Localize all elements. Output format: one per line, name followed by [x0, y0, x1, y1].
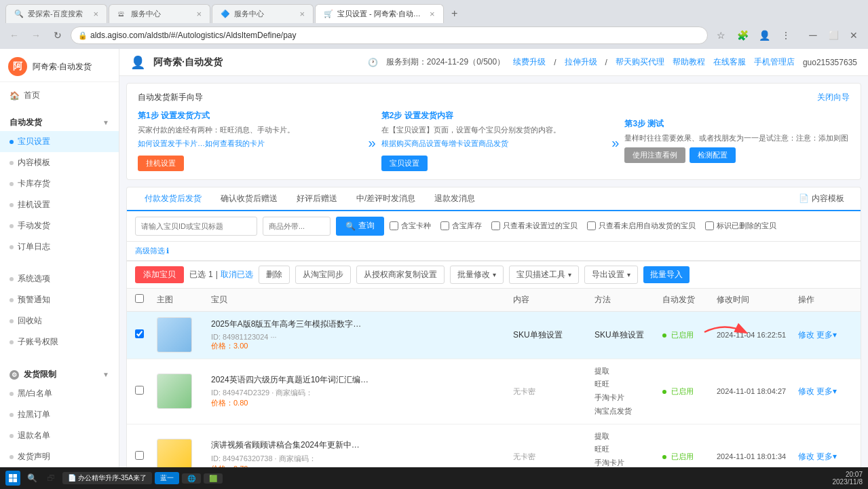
mobile-link[interactable]: 手机管理店: [754, 56, 795, 68]
browser-tab-1[interactable]: 🔍 爱探索-百度搜索 ×: [5, 4, 107, 23]
row3-checkbox[interactable]: [135, 451, 157, 462]
sidebar-item-pullorder[interactable]: 拉黑订单: [0, 404, 119, 425]
tab-nav-review[interactable]: 好评后赠送: [287, 187, 347, 211]
row2-checkbox[interactable]: [135, 386, 157, 397]
row3-more-btn[interactable]: 更多 ▾: [816, 451, 837, 463]
batch-change-btn[interactable]: 批量修改 ▾: [450, 266, 504, 284]
delete-btn[interactable]: 删除: [259, 266, 290, 284]
sidebar-item-template[interactable]: 内容模板: [0, 152, 119, 173]
checkbox-deleted-input[interactable]: [705, 221, 714, 230]
copy-taobao-btn[interactable]: 从淘宝同步: [295, 266, 351, 284]
product-desc-tool-btn[interactable]: 宝贝描述工具 ▾: [509, 266, 579, 284]
select-all-checkbox[interactable]: [135, 294, 144, 303]
batch-import-btn[interactable]: 批量导入: [643, 266, 690, 283]
checkbox-unsettled-input[interactable]: [491, 221, 500, 230]
bookmark-btn[interactable]: ☆: [712, 26, 730, 44]
extension-btn[interactable]: 🧩: [734, 26, 751, 44]
close-window-btn[interactable]: ✕: [845, 26, 863, 44]
row3-checkbox-input[interactable]: [135, 451, 144, 460]
tab-close-1[interactable]: ×: [93, 9, 98, 19]
tab-nav-confirm[interactable]: 确认收货后赠送: [211, 187, 287, 211]
sidebar-item-recycle[interactable]: 回收站: [0, 310, 119, 331]
copy-vendor-btn[interactable]: 从授权商家复制设置: [356, 266, 445, 284]
profile-btn[interactable]: 👤: [755, 26, 773, 44]
row1-checkbox-input[interactable]: [135, 329, 144, 338]
sidebar-group-autosend[interactable]: 自动发货 ▼: [0, 111, 119, 131]
sidebar-item-shipstatement[interactable]: 发货声明: [0, 446, 119, 467]
advanced-filter-link[interactable]: 高级筛选 ℹ: [135, 246, 169, 256]
checkbox-cardtype-input[interactable]: [390, 221, 398, 230]
maximize-btn[interactable]: ⬜: [825, 26, 842, 44]
step2-btn[interactable]: 宝贝设置: [381, 156, 428, 171]
sidebar-item-manual[interactable]: 手动发货: [0, 215, 119, 236]
sidebar-item-home[interactable]: 🏠 首页: [0, 85, 119, 106]
taskbar-app-1[interactable]: 蓝一: [155, 472, 179, 484]
taskbar-app-2[interactable]: 🌐: [182, 473, 201, 484]
shop-outer-input[interactable]: [263, 217, 331, 236]
taskbar-app-3[interactable]: 🟩: [204, 473, 223, 484]
browser-tab-3[interactable]: 🔷 服务中心 ×: [212, 4, 314, 23]
tab-nav-refund[interactable]: 退款发消息: [425, 187, 485, 211]
forward-btn[interactable]: →: [27, 26, 45, 44]
sidebar-item-sysset[interactable]: 系统选项: [0, 268, 119, 289]
add-product-btn[interactable]: 添加宝贝: [135, 266, 184, 283]
row1-checkbox[interactable]: [135, 329, 157, 340]
row2-more-btn[interactable]: 更多 ▾: [816, 386, 837, 397]
sidebar-item-subaccount[interactable]: 子账号权限: [0, 331, 119, 352]
row1-edit-btn[interactable]: 修改: [798, 330, 814, 340]
step3-btn1[interactable]: 使用注查看例: [624, 147, 685, 163]
sidebar-group-ship[interactable]: ⚙ 发货限制 ▼: [0, 363, 119, 383]
tab-close-3[interactable]: ×: [299, 9, 305, 19]
tab-nav-pay[interactable]: 付款发货后发货: [135, 187, 211, 211]
checkbox-unsettled[interactable]: 只查看未设置过的宝贝: [491, 221, 578, 231]
export-settings-btn[interactable]: 导出设置 ▾: [584, 266, 638, 284]
proxy-link[interactable]: 帮天购买代理: [616, 56, 664, 68]
back-btn[interactable]: ←: [5, 26, 23, 44]
row2-product-name[interactable]: 2024英语四六级历年真题近10年词汇汇编…: [211, 374, 513, 386]
browser-tab-2[interactable]: 🛎 服务中心 ×: [109, 4, 210, 23]
row1-more-btn[interactable]: 更多 ▾: [816, 329, 837, 341]
sidebar-item-refund[interactable]: 退款名单: [0, 425, 119, 446]
upgrade2-link[interactable]: 拉伸升级: [565, 56, 597, 68]
help-link[interactable]: 帮助教程: [673, 56, 705, 68]
online-link[interactable]: 在线客服: [713, 56, 746, 68]
new-tab-btn[interactable]: +: [445, 4, 464, 23]
sidebar-item-blackwhite[interactable]: 黑/白名单: [0, 383, 119, 404]
search-btn[interactable]: 🔍 查询: [336, 217, 384, 236]
tab-nav-midreview[interactable]: 中/差评时发消息: [347, 187, 425, 211]
row3-edit-btn[interactable]: 修改: [798, 452, 814, 461]
step3-btn2[interactable]: 检测配置: [690, 147, 736, 163]
upgrade-link[interactable]: 续费升级: [513, 56, 546, 68]
step1-subdesc[interactable]: 如何设置发手卡片…如何查看我的卡片: [138, 139, 363, 149]
refresh-btn[interactable]: ↻: [49, 26, 67, 44]
minimize-btn[interactable]: ─: [804, 26, 822, 44]
cancel-selected-link[interactable]: 取消已选: [221, 269, 253, 280]
search-input[interactable]: [135, 217, 257, 236]
sidebar-item-cardstore[interactable]: 卡库存货: [0, 173, 119, 194]
sidebar-item-order[interactable]: 订单日志: [0, 236, 119, 257]
step2-subdesc[interactable]: 根据购买商品设置每增卡设置商品发货: [381, 139, 607, 149]
checkbox-cardstore-input[interactable]: [440, 221, 449, 230]
tab-close-4[interactable]: ×: [430, 9, 435, 19]
sidebar-item-settings[interactable]: 宝贝设置: [0, 131, 119, 152]
checkbox-unenabled-input[interactable]: [587, 221, 596, 230]
menu-btn[interactable]: ⋮: [777, 26, 795, 44]
browser-tab-4[interactable]: 🛒 宝贝设置 - 阿奇索·自动发货 ×: [315, 4, 444, 23]
row2-checkbox-input[interactable]: [135, 386, 144, 395]
content-template-btn[interactable]: 📄 内容模板: [791, 187, 852, 210]
tab-close-2[interactable]: ×: [196, 9, 202, 19]
sidebar-item-hang[interactable]: 挂机设置: [0, 194, 119, 215]
wizard-close-btn[interactable]: 关闭向导: [817, 92, 850, 103]
checkbox-deleted[interactable]: 标识已删除的宝贝: [705, 221, 776, 231]
header-checkbox[interactable]: [135, 294, 157, 305]
row1-product-name[interactable]: 2025年A版8版五年高考三年模拟语数字…: [211, 319, 513, 330]
address-bar[interactable]: 🔒 alds.agiso.com/aldstb/#/Autologistics/…: [71, 26, 708, 44]
checkbox-unenabled[interactable]: 只查看未启用自动发货的宝贝: [587, 221, 696, 231]
checkbox-cardtype[interactable]: 含宝卡种: [390, 221, 431, 231]
sidebar-item-prewarning[interactable]: 预警通知: [0, 289, 119, 310]
taskbar-app-office[interactable]: 📄 办公精华升序-35A来了: [119, 472, 152, 484]
step1-btn[interactable]: 挂机设置: [138, 156, 184, 171]
row2-edit-btn[interactable]: 修改: [798, 386, 814, 396]
row3-product-name[interactable]: 演讲视频省顾顾讲稿合集2024年更新中…: [211, 439, 513, 451]
checkbox-cardstore[interactable]: 含宝库存: [440, 221, 482, 231]
